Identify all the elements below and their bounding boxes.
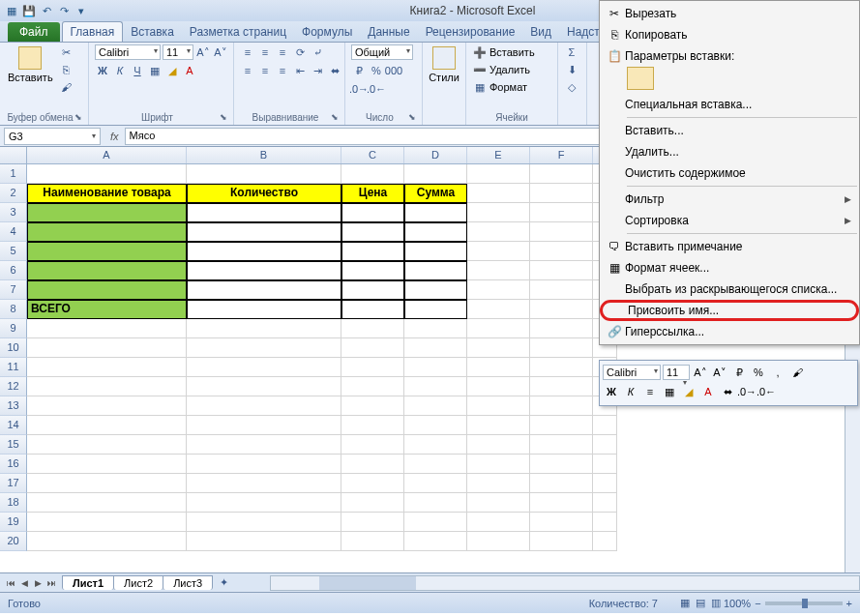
- file-tab[interactable]: Файл: [8, 22, 60, 42]
- row-header[interactable]: 17: [0, 474, 27, 493]
- cell[interactable]: [187, 358, 341, 377]
- cell[interactable]: [593, 493, 617, 513]
- cell[interactable]: [530, 435, 593, 455]
- cell[interactable]: [467, 358, 530, 377]
- cell[interactable]: [467, 300, 530, 319]
- cell[interactable]: [467, 280, 530, 300]
- cut-icon[interactable]: ✂: [59, 44, 74, 60]
- cell[interactable]: [404, 358, 467, 377]
- redo-icon[interactable]: ↷: [56, 3, 72, 18]
- paste-button[interactable]: Вставить: [6, 44, 55, 85]
- view-page-break-icon[interactable]: ▥: [708, 596, 724, 611]
- number-format-dropdown[interactable]: Общий: [351, 44, 413, 60]
- tab-insert[interactable]: Вставка: [123, 22, 182, 42]
- decrease-indent-icon[interactable]: ⇤: [292, 63, 308, 78]
- currency-icon[interactable]: ₽: [351, 63, 367, 78]
- cell[interactable]: [467, 184, 530, 203]
- mini-decrease-font-icon[interactable]: A˅: [711, 364, 728, 381]
- increase-indent-icon[interactable]: ⇥: [310, 63, 325, 78]
- cell[interactable]: [341, 513, 404, 532]
- cell[interactable]: [341, 338, 404, 358]
- cell[interactable]: [404, 338, 467, 358]
- cell[interactable]: [404, 377, 467, 396]
- cell[interactable]: [27, 493, 187, 513]
- mini-dec-decimal-icon[interactable]: .0←: [757, 383, 775, 400]
- mini-merge-icon[interactable]: ⬌: [719, 383, 736, 400]
- autosum-icon[interactable]: Σ: [564, 44, 579, 60]
- cell[interactable]: [404, 164, 467, 184]
- zoom-in-icon[interactable]: +: [846, 598, 852, 609]
- align-right-icon[interactable]: ≡: [275, 63, 290, 78]
- menu-hyperlink[interactable]: 🔗Гиперссылка...: [600, 321, 859, 342]
- cell[interactable]: [530, 474, 593, 493]
- clear-icon[interactable]: ◇: [564, 79, 579, 95]
- row-header[interactable]: 10: [0, 338, 27, 358]
- increase-decimal-icon[interactable]: .0→: [351, 81, 367, 97]
- view-page-layout-icon[interactable]: ▤: [693, 596, 708, 611]
- menu-define-name[interactable]: Присвоить имя...: [600, 300, 859, 321]
- cell[interactable]: [187, 203, 341, 222]
- underline-icon[interactable]: Ч: [130, 63, 145, 78]
- cell[interactable]: [187, 416, 341, 435]
- sheet-tab-2[interactable]: Лист2: [113, 575, 163, 590]
- zoom-level[interactable]: 100%: [724, 598, 751, 609]
- cell[interactable]: [404, 300, 467, 319]
- cell[interactable]: [404, 455, 467, 474]
- cell[interactable]: Цена: [341, 184, 404, 203]
- cell[interactable]: [530, 242, 593, 261]
- cells-insert-button[interactable]: ➕Вставить: [472, 44, 535, 60]
- cell[interactable]: [467, 396, 530, 416]
- mini-increase-font-icon[interactable]: A˄: [692, 364, 709, 381]
- menu-delete[interactable]: Удалить...: [600, 141, 859, 162]
- cell[interactable]: [187, 280, 341, 300]
- row-header[interactable]: 19: [0, 513, 27, 532]
- cell[interactable]: [341, 377, 404, 396]
- row-header[interactable]: 18: [0, 493, 27, 513]
- cell[interactable]: [187, 435, 341, 455]
- cell[interactable]: [27, 474, 187, 493]
- cell[interactable]: [404, 435, 467, 455]
- align-middle-icon[interactable]: ≡: [257, 44, 273, 60]
- cell[interactable]: [341, 319, 404, 338]
- cell[interactable]: [467, 474, 530, 493]
- cell[interactable]: [341, 532, 404, 551]
- mini-bold-icon[interactable]: Ж: [603, 383, 620, 400]
- cell[interactable]: [187, 455, 341, 474]
- row-header[interactable]: 4: [0, 222, 27, 242]
- cell[interactable]: [341, 222, 404, 242]
- cell[interactable]: [404, 280, 467, 300]
- cell[interactable]: [187, 493, 341, 513]
- cell[interactable]: Количество: [187, 184, 341, 203]
- cell[interactable]: [530, 261, 593, 280]
- font-color-icon[interactable]: A: [182, 63, 197, 78]
- row-header[interactable]: 20: [0, 532, 27, 551]
- cell[interactable]: [467, 242, 530, 261]
- row-header[interactable]: 6: [0, 261, 27, 280]
- mini-percent-icon[interactable]: %: [750, 364, 767, 381]
- sheet-nav-first-icon[interactable]: ⏮: [4, 578, 17, 588]
- cell[interactable]: [27, 513, 187, 532]
- row-header[interactable]: 1: [0, 164, 27, 184]
- menu-insert[interactable]: Вставить...: [600, 120, 859, 141]
- cell[interactable]: [467, 319, 530, 338]
- row-header[interactable]: 15: [0, 435, 27, 455]
- font-name-dropdown[interactable]: Calibri: [95, 44, 161, 60]
- tab-view[interactable]: Вид: [522, 22, 559, 42]
- cell[interactable]: [404, 493, 467, 513]
- copy-icon[interactable]: ⎘: [59, 62, 74, 77]
- orientation-icon[interactable]: ⟳: [292, 44, 308, 60]
- mini-size-dropdown[interactable]: 11: [663, 365, 690, 380]
- cell[interactable]: [27, 532, 187, 551]
- menu-insert-comment[interactable]: 🗨Вставить примечание: [600, 236, 859, 257]
- cell[interactable]: [404, 513, 467, 532]
- font-launcher-icon[interactable]: ⬊: [220, 112, 227, 122]
- paste-option-button[interactable]: [627, 67, 654, 90]
- col-header-d[interactable]: D: [404, 147, 467, 163]
- fill-icon[interactable]: ⬇: [564, 62, 579, 77]
- align-bottom-icon[interactable]: ≡: [275, 44, 290, 60]
- cell[interactable]: [467, 377, 530, 396]
- cell[interactable]: [187, 222, 341, 242]
- mini-align-icon[interactable]: ≡: [641, 383, 659, 400]
- sheet-nav-next-icon[interactable]: ▶: [31, 578, 44, 588]
- fill-color-icon[interactable]: ◢: [164, 63, 180, 78]
